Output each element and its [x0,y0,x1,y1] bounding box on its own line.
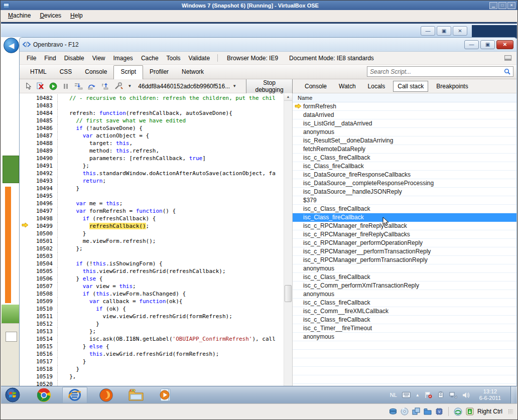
callstack-row[interactable]: isc_c_Comm_performXmlTransactionReply [293,282,516,290]
code-line[interactable]: 10499 refreshCallback(); [20,222,284,230]
vbox-menu-machine[interactable]: Machine [4,12,35,19]
show-desktop-button[interactable] [510,386,517,404]
breakpoint-gutter[interactable] [20,335,31,343]
code-text[interactable]: method: this.refresh, [57,147,284,155]
code-text[interactable] [57,192,284,200]
breakpoint-gutter[interactable] [20,230,31,237]
code-line[interactable]: 10517 } [20,358,284,365]
callstack-row[interactable]: isc_c_Class_fireCallback [293,299,516,307]
code-line[interactable]: 10490 parameters: [refreshCallback, true… [20,155,284,162]
code-line[interactable]: 10508 if (this.viewForm.hasChanged) { [20,290,284,298]
callstack-row[interactable]: dataArrived [293,111,516,119]
vbox-close-button[interactable]: ✕ [507,2,515,9]
code-line[interactable]: 10495 [20,192,284,200]
code-text[interactable]: target: this, [57,139,284,147]
code-text[interactable]: isc.ask(OB.I18N.getLabel('OBUIAPP_Confir… [57,335,284,343]
tools-icon[interactable] [114,82,123,90]
frame-name[interactable]: isc_c_Class_fireCallback [303,273,370,281]
tools-dropdown-caret[interactable]: ▼ [127,84,132,88]
code-text[interactable]: this.viewGrid.refreshGrid(formRefresh); [57,350,284,358]
action-center-flag-icon[interactable] [425,391,432,398]
code-text[interactable]: return; [57,177,284,185]
frame-name[interactable]: isc_c_RPCManager_fireReplyCallback [303,222,407,229]
resize-grip[interactable] [508,409,513,414]
frame-name[interactable]: isc_c_RPCManager_performOperationReply [303,239,423,246]
code-panel[interactable]: 10482 // - recursive to children: refres… [20,93,293,403]
callstack-row[interactable]: isc_c_Class_fireCallback [293,273,516,282]
panel-tab-console[interactable]: Console [299,81,333,92]
callstack-row[interactable]: formRefresh [293,102,516,111]
hdd-icon[interactable] [389,407,397,415]
code-line[interactable]: 10498 if (refreshCallback) { [20,215,284,222]
code-text[interactable]: if (refreshCallback) { [57,215,284,222]
code-line[interactable]: 10510 if (ok) { [20,305,284,313]
browser-close-button[interactable]: ✕ [453,26,467,36]
code-text[interactable]: } [57,230,284,237]
volume-icon[interactable] [462,392,470,398]
callstack-row[interactable]: anonymous [293,290,516,299]
frame-name[interactable]: anonymous [303,128,334,135]
code-line[interactable]: 10518 } [20,365,284,373]
panel-tab-breakpoints[interactable]: Breakpoints [430,81,474,92]
f12-titlebar[interactable]: Openbravo - F12 — ▣ ✕ [20,38,516,52]
code-line[interactable]: 10513 }; [20,328,284,335]
tab-script[interactable]: Script [113,65,143,79]
breakpoint-gutter[interactable] [20,358,31,365]
breakpoint-gutter[interactable] [20,245,31,252]
taskbar-media-player-icon[interactable] [154,386,179,403]
scroll-up-icon[interactable]: ▲ [284,93,292,101]
f12-menu-disable[interactable]: Disable [60,55,88,62]
f12-maximize-button[interactable]: ▣ [480,40,495,49]
frame-name[interactable]: $379 [303,197,317,204]
code-text[interactable]: var actionObject = { [57,132,284,139]
frame-name[interactable]: dataArrived [303,111,334,118]
breakpoint-gutter[interactable] [20,350,31,358]
show-hidden-icons[interactable]: ▲ [416,393,420,397]
tab-network[interactable]: Network [175,66,210,79]
frame-name[interactable]: isc_ResultSet__doneDataArriving [303,137,393,144]
callstack-row[interactable]: anonymous [293,128,516,136]
breakpoint-gutter[interactable] [20,283,31,290]
code-line[interactable]: 10497 var formRefresh = function() { [20,207,284,215]
frame-name[interactable]: anonymous [303,333,334,340]
panel-tab-call-stack[interactable]: Call stack [393,81,428,92]
taskbar-chrome-icon[interactable] [31,386,56,403]
pause-icon[interactable] [62,82,69,90]
breakpoint-gutter[interactable] [20,147,31,155]
frame-name[interactable]: isc_c_Class_fireCallback [303,205,370,212]
frame-name[interactable]: isc_c_Comm_performXmlTransactionReply [303,282,419,289]
breakpoint-gutter[interactable] [20,139,31,147]
code-vertical-scrollbar[interactable]: ▲ [284,93,292,403]
code-text[interactable]: }; [57,245,284,252]
code-text[interactable]: } [57,185,284,192]
code-text[interactable]: } [57,320,284,328]
shared-clipboard-icon[interactable] [454,407,462,416]
tab-css[interactable]: CSS [53,66,79,79]
script-file-dropdown[interactable]: 46ddf8a4460152adc6b9960f516... ▼ [138,83,236,90]
frame-name[interactable]: isc_c_RPCManager__performTransactionRepl… [303,248,431,255]
breakpoint-gutter[interactable] [20,305,31,313]
callstack-row[interactable]: isc_ListGrid__dataArrived [293,119,516,128]
code-text[interactable]: me.viewForm.refresh(); [57,237,284,245]
code-text[interactable]: var callback = function(ok){ [57,298,284,305]
breakpoint-gutter[interactable] [20,275,31,283]
code-text[interactable]: var view = this; [57,283,284,290]
browser-maximize-button[interactable]: ▣ [437,26,451,36]
callstack-row[interactable]: isc_DataSource__completeResponseProcessi… [293,179,516,188]
f12-menu-tools[interactable]: Tools [163,55,185,62]
step-out-icon[interactable] [101,82,110,90]
code-line[interactable]: 10492 this.standardWindow.doActionAfterA… [20,170,284,177]
callstack-row[interactable]: isc_c_RPCManager__performTransactionRepl… [293,247,516,256]
callstack-row[interactable]: isc_c_RPCManager_fireReplyCallback [293,222,516,230]
frame-name[interactable]: fetchRemoteDataReply [303,146,365,153]
code-text[interactable]: // - recursive to children: refresh the … [57,94,284,102]
frame-name[interactable]: isc_c_Timer__fireTimeout [303,325,372,332]
vbox-menu-devices[interactable]: Devices [35,12,66,19]
step-into-icon[interactable] [74,82,83,90]
current-line-arrow-icon[interactable] [20,222,31,230]
callstack-row[interactable]: isc_c_Class_fireCallback [293,154,516,162]
code-line[interactable]: 10514 isc.ask(OB.I18N.getLabel('OBUIAPP_… [20,335,284,343]
code-line[interactable]: 10506 } else { [20,275,284,283]
continue-icon[interactable] [49,82,57,90]
code-line[interactable]: 10507 var view = this; [20,283,284,290]
